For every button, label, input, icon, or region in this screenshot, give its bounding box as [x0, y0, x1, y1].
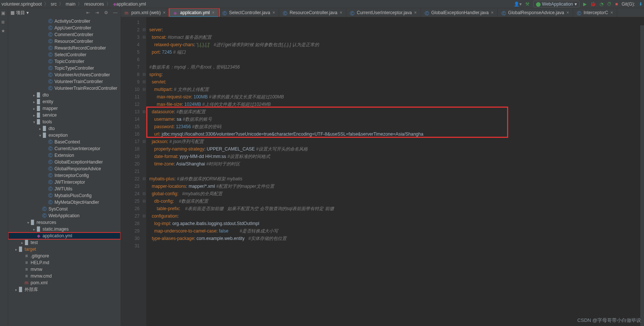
fold-handle[interactable]	[142, 145, 146, 153]
tree-item[interactable]: ⒸTopicController	[8, 58, 121, 65]
tree-item[interactable]: ⒸWebApplication	[8, 212, 121, 219]
chevron-icon[interactable]: ▸	[32, 113, 36, 117]
code-line[interactable]: tomcat: #tomact 服务器的配置	[149, 34, 644, 41]
code-line[interactable]: jackson: # json序列号配置	[149, 138, 644, 145]
editor-tab[interactable]: ⒸGlobalResponseAdvice.java×	[498, 9, 573, 17]
editor-tabs[interactable]: mpom.xml (web)×◆application.yml×ⒸSelectC…	[121, 8, 644, 17]
code-line[interactable]: servlet:	[149, 78, 644, 86]
close-icon[interactable]: ×	[272, 10, 275, 15]
tree-item[interactable]: ▾▉exception	[8, 132, 121, 139]
tree-item[interactable]: ▾▉resources	[8, 219, 121, 226]
tree-item[interactable]: ▸▉dto	[8, 92, 121, 98]
tree-item[interactable]: ⒸMybatisPlusConfig	[8, 192, 121, 199]
close-icon[interactable]: ×	[610, 10, 613, 15]
chevron-icon[interactable]: ▸	[14, 288, 18, 292]
hide-icon[interactable]: —	[113, 10, 118, 15]
tree-item[interactable]: ⒸCurrentUserInterceptor	[8, 145, 121, 152]
code-line[interactable]: url: jdbc:mysql://localhost:3306/volunte…	[149, 130, 644, 138]
tree-item[interactable]: ▸▉static.images	[8, 226, 121, 232]
editor-tab[interactable]: mpom.xml (web)×	[121, 9, 170, 17]
tree-item[interactable]: ⒸVolunteerTrainRecordController	[8, 85, 121, 92]
editor-tab[interactable]: ⒸGlobalExceptionHandler.java×	[421, 9, 498, 17]
tree-item[interactable]: ⒸBaseContext	[8, 139, 121, 145]
fold-handle[interactable]: ⊟	[142, 86, 146, 93]
user-icon[interactable]: 👤▾	[514, 1, 522, 7]
fold-handle[interactable]: ⊟	[142, 26, 146, 34]
coverage-icon[interactable]: ◔	[600, 1, 603, 7]
expand-icon[interactable]: ⇥	[95, 10, 100, 15]
project-tool-icon[interactable]: ▣	[1, 10, 7, 16]
tree-item[interactable]: ⒸJWTInterceptor	[8, 179, 121, 186]
code-line[interactable]: multipart: # 文件的上传配置	[149, 86, 644, 93]
tree-item[interactable]: ≡HELP.md	[8, 259, 121, 266]
fold-handle[interactable]	[142, 220, 146, 227]
breadcrumb-item[interactable]: resources	[84, 1, 104, 7]
code-line[interactable]: server:	[149, 26, 644, 34]
tree-item[interactable]: ▸▉test	[8, 239, 121, 246]
code-line[interactable]: max-file-size: 1024MB #上传的文件最大不能超过1024MB	[149, 101, 644, 108]
breadcrumb-item[interactable]: ◆ application.yml	[113, 1, 146, 7]
chevron-icon[interactable]: ▸	[32, 107, 36, 111]
code-line[interactable]: global-config: #mybatis的全局配置	[149, 190, 644, 197]
close-icon[interactable]: ×	[340, 10, 342, 15]
fold-handle[interactable]: ⊟	[142, 212, 146, 220]
code-line[interactable]	[149, 56, 644, 63]
hammer-icon[interactable]: ⚒	[525, 1, 529, 7]
tree-item[interactable]: ⒸGlobalResponseAdvice	[8, 165, 121, 172]
tree-item[interactable]: ▸▉service	[8, 112, 121, 118]
fold-handle[interactable]	[142, 235, 146, 242]
code-line[interactable]: mybatis-plus: #操作数据库的ORM框架 mybatis	[149, 175, 644, 183]
chevron-icon[interactable]: ▸	[14, 247, 18, 251]
editor[interactable]: 1234567891011121314151617181920212223242…	[121, 17, 644, 326]
code-line[interactable]	[149, 19, 644, 26]
fold-handle[interactable]	[142, 115, 146, 123]
breadcrumb-item[interactable]: volunteer.springboot	[1, 1, 42, 7]
git-update-icon[interactable]: ⬇	[639, 1, 643, 7]
tree-item[interactable]: ⒸSelectController	[8, 51, 121, 58]
tree-item[interactable]: ⒸResourceController	[8, 38, 121, 45]
fold-handle[interactable]	[142, 41, 146, 48]
run-icon[interactable]: ▶	[583, 1, 587, 7]
tree-item[interactable]: ⒸInterceptorConfig	[8, 172, 121, 179]
code-line[interactable]: #数据库名：mysql，用户名root，密码123456	[149, 63, 644, 71]
code-line[interactable]: db-config: #数据库的配置	[149, 197, 644, 205]
profile-icon[interactable]: ⏱	[607, 1, 612, 7]
tree-item[interactable]: ⒸGlobalExceptionHandler	[8, 159, 121, 165]
tree-item[interactable]: ⒸExtension	[8, 152, 121, 159]
tree-item[interactable]: ⒸTopicTypeController	[8, 65, 121, 72]
fold-handle[interactable]	[142, 63, 146, 71]
fold-handle[interactable]: ⊟	[142, 138, 146, 145]
fold-handle[interactable]: ⊟	[142, 71, 146, 78]
tree-item[interactable]: ≡mvnw.cmd	[8, 273, 121, 279]
code-line[interactable]: spring:	[149, 71, 644, 78]
fold-handle[interactable]	[142, 48, 146, 56]
close-icon[interactable]: ×	[212, 10, 215, 15]
collapse-icon[interactable]: ⇤	[86, 10, 91, 15]
stop-icon[interactable]: ■	[615, 1, 618, 7]
editor-tab[interactable]: ⒸInterceptorC×	[573, 9, 617, 17]
close-icon[interactable]: ×	[566, 10, 569, 15]
chevron-icon[interactable]: ▾	[26, 221, 30, 225]
tree-item[interactable]: ◆application.yml	[8, 232, 121, 239]
fold-handle[interactable]	[142, 130, 146, 138]
editor-tab[interactable]: ⒸSelectController.java×	[219, 9, 279, 17]
code-line[interactable]: datasource: #数据库的配置	[149, 108, 644, 115]
favorites-tool-icon[interactable]: ★	[1, 28, 7, 34]
run-config-selector[interactable]: ⬤ WebApplication ▾	[533, 1, 579, 7]
chevron-down-icon[interactable]: ▾	[26, 10, 29, 15]
breadcrumbs[interactable]: volunteer.springboot〉src〉main〉resources〉…	[1, 1, 146, 7]
close-icon[interactable]: ×	[491, 10, 494, 15]
gear-icon[interactable]: ⚙	[104, 10, 109, 15]
code-line[interactable]: port: 7245 # 端口	[149, 48, 644, 56]
debug-icon[interactable]: 🐞	[590, 1, 596, 7]
breadcrumb-item[interactable]: main	[66, 1, 75, 7]
tree-item[interactable]: ▸▉mapper	[8, 105, 121, 112]
code-line[interactable]: mapper-locations: mapper/*.xml #配置对于的map…	[149, 183, 644, 190]
fold-handle[interactable]	[142, 242, 146, 250]
tree-item[interactable]: ▸▉dto	[8, 125, 121, 132]
scrollbar[interactable]	[640, 25, 644, 326]
chevron-icon[interactable]: ▸	[20, 241, 24, 245]
code-line[interactable]: log-impl: org.apache.ibatis.logging.stdo…	[149, 220, 644, 227]
fold-handle[interactable]: ⊟	[142, 190, 146, 197]
fold-handle[interactable]	[142, 93, 146, 101]
